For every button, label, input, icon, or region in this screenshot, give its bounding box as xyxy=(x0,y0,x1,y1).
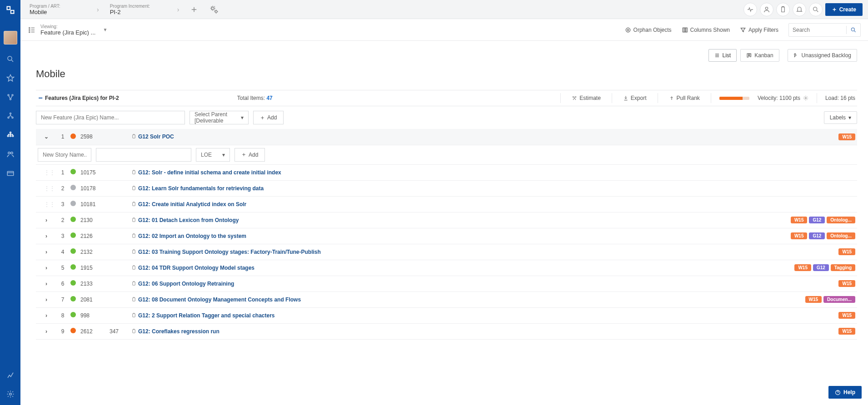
tag[interactable]: W15 xyxy=(838,312,855,319)
feature-row[interactable]: › 7 2081 G12: 08 Document Ontology Manag… xyxy=(36,291,857,307)
gear-icon[interactable] xyxy=(803,95,808,101)
help-button[interactable]: Help xyxy=(828,386,862,399)
story-row[interactable]: ⋮⋮ 2 10178 G12: Learn Solr fundamentals … xyxy=(36,180,857,196)
tag[interactable]: G12 xyxy=(809,217,825,223)
feature-title[interactable]: G12: 06 Support Ontology Retraining xyxy=(130,276,663,291)
people-icon[interactable] xyxy=(6,150,15,159)
activity-icon[interactable] xyxy=(743,3,757,16)
drag-handle-icon[interactable]: ⋮⋮ xyxy=(36,180,57,196)
feature-row[interactable]: ⌄ 1 2598 G12 Solr POC W15 xyxy=(36,129,857,145)
feature-row[interactable]: › 5 1915 G12: 04 TDR Support Ontology Mo… xyxy=(36,260,857,276)
story-row[interactable]: ⋮⋮ 1 10175 G12: Solr - define initial sc… xyxy=(36,164,857,180)
chevron-right-icon[interactable]: › xyxy=(36,244,57,260)
crumb-pi[interactable]: Program Increment: PI-2 xyxy=(106,2,170,17)
feature-row[interactable]: › 2 2130 G12: 01 Detach Lexicon from Ont… xyxy=(36,212,857,228)
search-top-icon[interactable] xyxy=(809,3,823,16)
tag[interactable]: W15 xyxy=(794,264,811,271)
story-title[interactable]: G12: Solr - define initial schema and cr… xyxy=(130,164,663,180)
feature-row[interactable]: › 9 2612 347 G12: Coreflakes regression … xyxy=(36,323,857,339)
view-list-button[interactable]: List xyxy=(708,49,737,62)
feature-title[interactable]: G12: 08 Document Ontology Management Con… xyxy=(130,291,663,307)
parent-select[interactable]: Select Parent [Deliverable▾ xyxy=(190,111,249,124)
bell-icon[interactable] xyxy=(793,3,806,16)
chevron-right-icon[interactable]: › xyxy=(36,307,57,323)
loe-select[interactable]: LOE▾ xyxy=(196,148,230,162)
favorites-icon[interactable] xyxy=(6,74,15,83)
feature-title[interactable]: G12: 02 Import an Ontology to the system xyxy=(130,228,663,244)
view-kanban-button[interactable]: Kanban xyxy=(740,49,779,62)
clipboard-icon[interactable] xyxy=(776,3,790,16)
tag[interactable]: Ontolog... xyxy=(827,217,855,223)
feature-title[interactable]: G12: 01 Detach Lexicon from Ontology xyxy=(130,212,663,228)
new-feature-input[interactable] xyxy=(36,111,185,124)
program-icon[interactable] xyxy=(6,112,15,121)
strategy-icon[interactable] xyxy=(6,93,15,102)
analytics-icon[interactable] xyxy=(6,370,15,380)
feature-title[interactable]: G12 Solr POC xyxy=(130,129,663,145)
team-hierarchy-icon[interactable] xyxy=(6,131,15,140)
chevron-right-icon[interactable]: › xyxy=(36,291,57,307)
search-icon[interactable] xyxy=(850,27,857,33)
tag[interactable]: W15 xyxy=(838,248,855,255)
gears-icon[interactable] xyxy=(209,5,219,15)
tag[interactable]: Documen... xyxy=(823,296,855,303)
create-button-label: Create xyxy=(839,6,856,13)
chevron-down-icon[interactable]: ▼ xyxy=(103,27,107,32)
feature-title[interactable]: G12: 03 Training Support Ontology stages… xyxy=(130,244,663,260)
add-story-button[interactable]: Add xyxy=(234,148,265,162)
new-story-extra-input[interactable] xyxy=(96,148,191,162)
columns-shown-link[interactable]: Columns Shown xyxy=(682,27,730,33)
drag-handle-icon[interactable]: ⋮⋮ xyxy=(36,164,57,180)
chevron-right-icon[interactable]: › xyxy=(36,228,57,244)
feature-row[interactable]: › 3 2126 G12: 02 Import an Ontology to t… xyxy=(36,228,857,244)
app-logo-icon[interactable] xyxy=(4,4,17,16)
tag[interactable]: G12 xyxy=(813,264,829,271)
plus-icon[interactable] xyxy=(189,5,199,15)
tag[interactable]: W15 xyxy=(791,217,808,223)
tag[interactable]: W15 xyxy=(805,296,822,303)
export-action[interactable]: Export xyxy=(620,95,649,101)
card-icon[interactable] xyxy=(6,169,15,178)
story-title[interactable]: G12: Learn Solr fundamentals for retriev… xyxy=(130,180,663,196)
tag[interactable]: W15 xyxy=(838,133,855,140)
pull-rank-action[interactable]: Pull Rank xyxy=(666,95,703,101)
unassigned-backlog-button[interactable]: Unassigned Backlog xyxy=(788,49,857,62)
tag[interactable]: Tagging xyxy=(831,264,855,271)
tag[interactable]: G12 xyxy=(809,232,825,239)
tag[interactable]: W15 xyxy=(838,328,855,335)
settings-icon[interactable] xyxy=(6,390,15,399)
chevron-right-icon[interactable]: › xyxy=(36,260,57,276)
user-icon[interactable] xyxy=(760,3,773,16)
feature-title[interactable]: G12: Coreflakes regression run xyxy=(130,323,663,339)
feature-row[interactable]: › 6 2133 G12: 06 Support Ontology Retrai… xyxy=(36,276,857,291)
chevron-down-icon[interactable]: ⌄ xyxy=(36,129,57,145)
add-feature-button[interactable]: Add xyxy=(253,111,284,124)
create-button[interactable]: Create xyxy=(825,3,863,16)
apply-filters-link[interactable]: Apply Filters xyxy=(740,27,778,33)
feature-row[interactable]: › 4 2132 G12: 03 Training Support Ontolo… xyxy=(36,244,857,260)
viewing-selector[interactable]: Viewing: Feature (Jira Epic) ... ▼ xyxy=(28,24,107,36)
tag[interactable]: W15 xyxy=(791,232,808,239)
search-icon[interactable] xyxy=(6,54,15,64)
labels-dropdown[interactable]: Labels ▾ xyxy=(824,111,857,124)
chevron-right-icon[interactable]: › xyxy=(36,323,57,339)
left-nav xyxy=(0,0,20,405)
feature-row[interactable]: › 8 998 G12: 2 Support Relation Tagger a… xyxy=(36,307,857,323)
tag[interactable]: W15 xyxy=(838,280,855,287)
crumb-program[interactable]: Program / ART: Mobile xyxy=(26,2,90,17)
user-avatar[interactable] xyxy=(4,31,17,44)
chevron-right-icon[interactable]: › xyxy=(36,212,57,228)
orphan-objects-link[interactable]: Orphan Objects xyxy=(625,27,672,33)
chevron-right-icon[interactable]: › xyxy=(36,276,57,291)
tag[interactable]: Ontolog... xyxy=(827,232,855,239)
feature-title[interactable]: G12: 2 Support Relation Tagger and speci… xyxy=(130,307,663,323)
search-input[interactable] xyxy=(793,27,843,33)
search-box[interactable] xyxy=(788,23,861,37)
estimate-action[interactable]: Estimate xyxy=(569,95,604,101)
feature-title[interactable]: G12: 04 TDR Support Ontology Model stage… xyxy=(130,260,663,276)
new-story-input[interactable] xyxy=(38,148,91,162)
story-title[interactable]: G12: Create initial Analyticd index on S… xyxy=(130,196,663,212)
story-row[interactable]: ⋮⋮ 3 10181 G12: Create initial Analyticd… xyxy=(36,196,857,212)
drag-handle-icon[interactable]: ⋮⋮ xyxy=(36,196,57,212)
collapse-toggle[interactable]: − xyxy=(36,94,45,102)
